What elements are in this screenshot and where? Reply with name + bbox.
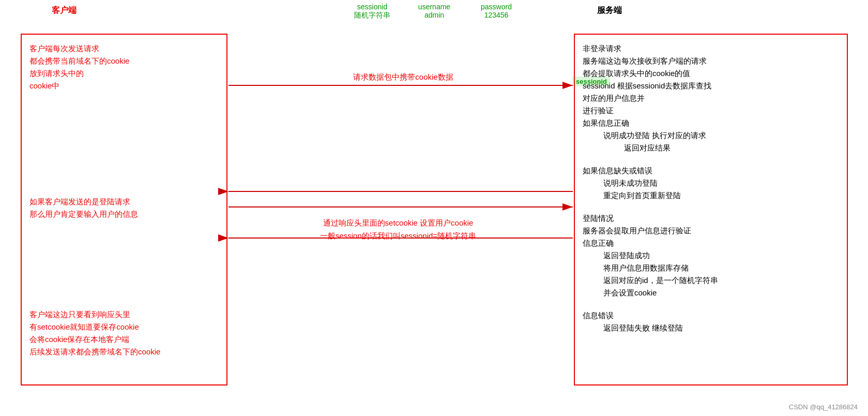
- client-block-3: 客户端这边只要看到响应头里 有setcookie就知道要保存cookie 会将c…: [29, 308, 219, 358]
- server-b1-l5: 对应的用户信息并: [583, 92, 839, 105]
- arrow-label-2: 通过响应头里面的setcookie 设置用户cookie: [222, 218, 574, 228]
- server-b2-indent-l1: 说明未成功登陆: [583, 177, 839, 189]
- client-b1-l3: 放到请求头中的: [29, 67, 219, 80]
- server-b3-l1: 登陆情况: [583, 212, 839, 225]
- client-b3-l4: 后续发送请求都会携带域名下的cookie: [29, 346, 219, 358]
- client-b1-l2: 都会携带当前域名下的cookie: [29, 55, 219, 67]
- server-b1-l3: 都会提取请求头中的cookie的值: [583, 67, 839, 80]
- client-b2-l2: 那么用户肯定要输入用户的信息: [29, 208, 219, 220]
- client-title: 客户端: [52, 5, 77, 16]
- server-b2-indent-l2: 重定向到首页重新登陆: [583, 189, 839, 202]
- main-container: 客户端 服务端 sessionid username password 随机字符…: [0, 0, 868, 416]
- arrow-label-3: 一般session的话我们叫sessionid=随机字符串: [222, 231, 574, 241]
- val-sessionid: 随机字符串: [352, 11, 393, 20]
- server-b1-l6: 进行验证: [583, 105, 839, 117]
- server-b3-l2: 服务器会提取用户信息进行验证: [583, 225, 839, 237]
- server-b1-l2: 服务端这边每次接收到客户端的请求: [583, 55, 839, 67]
- server-b1-indent-l2: 返回对应结果: [583, 142, 839, 154]
- server-box: 非登录请求 服务端这边每次接收到客户端的请求 都会提取请求头中的cookie的值…: [574, 34, 848, 385]
- client-block-1: 客户端每次发送请求 都会携带当前域名下的cookie 放到请求头中的 cooki…: [29, 42, 219, 92]
- col-sessionid: sessionid: [352, 3, 393, 11]
- server-b3-indent-l3: 返回对应的id，是一个随机字符串: [583, 274, 839, 287]
- client-b3-l3: 会将cookie保存在本地客户端: [29, 333, 219, 346]
- server-b3-l3: 信息正确: [583, 237, 839, 249]
- client-b3-l1: 客户端这边只要看到响应头里: [29, 308, 219, 321]
- server-b3-indent-l4: 并会设置cookie: [583, 287, 839, 299]
- server-box-content: 非登录请求 服务端这边每次接收到客户端的请求 都会提取请求头中的cookie的值…: [575, 35, 847, 352]
- server-b1-indent-l1: 说明成功登陆 执行对应的请求: [583, 129, 839, 142]
- client-b1-l4: cookie中: [29, 80, 219, 92]
- col-username: username: [414, 3, 455, 11]
- server-b4-l1: 信息错误: [583, 309, 839, 322]
- arrow-label-1: 请求数据包中携带cookie数据: [233, 72, 574, 82]
- csdn-watermark: CSDN @qq_41286824: [789, 403, 858, 411]
- green-annotation: sessionid: [573, 77, 610, 86]
- client-box-content: 客户端每次发送请求 都会携带当前域名下的cookie 放到请求头中的 cooki…: [22, 35, 226, 376]
- server-b3-indent-l1: 返回登陆成功: [583, 249, 839, 262]
- server-b1-l1: 非登录请求: [583, 42, 839, 55]
- server-b3-indent-l2: 将用户信息用数据库存储: [583, 262, 839, 274]
- server-title: 服务端: [597, 5, 622, 16]
- client-b2-l1: 如果客户端发送的是登陆请求: [29, 196, 219, 208]
- server-block-3: 登陆情况 服务器会提取用户信息进行验证 信息正确 返回登陆成功 将用户信息用数据…: [583, 212, 839, 299]
- server-block-2: 如果信息缺失或错误 说明未成功登陆 重定向到首页重新登陆: [583, 165, 839, 202]
- server-block-1: 非登录请求 服务端这边每次接收到客户端的请求 都会提取请求头中的cookie的值…: [583, 42, 839, 154]
- server-b1-l4: sessionid 根据sessionid去数据库查找: [583, 80, 839, 92]
- session-table-row: 随机字符串 admin 123456: [352, 11, 517, 20]
- server-block-4: 信息错误 返回登陆失败 继续登陆: [583, 309, 839, 334]
- val-password: 123456: [476, 11, 517, 20]
- client-box: 客户端每次发送请求 都会携带当前域名下的cookie 放到请求头中的 cooki…: [21, 34, 227, 385]
- session-table-header: sessionid username password: [352, 3, 517, 11]
- val-username: admin: [414, 11, 455, 20]
- server-b2-l1: 如果信息缺失或错误: [583, 165, 839, 177]
- server-b1-l7: 如果信息正确: [583, 117, 839, 129]
- server-b4-indent-l1: 返回登陆失败 继续登陆: [583, 322, 839, 334]
- client-b1-l1: 客户端每次发送请求: [29, 42, 219, 55]
- session-table: sessionid username password 随机字符串 admin …: [352, 3, 517, 20]
- client-b3-l2: 有setcookie就知道要保存cookie: [29, 321, 219, 333]
- col-password: password: [476, 3, 517, 11]
- client-block-2: 如果客户端发送的是登陆请求 那么用户肯定要输入用户的信息: [29, 196, 219, 220]
